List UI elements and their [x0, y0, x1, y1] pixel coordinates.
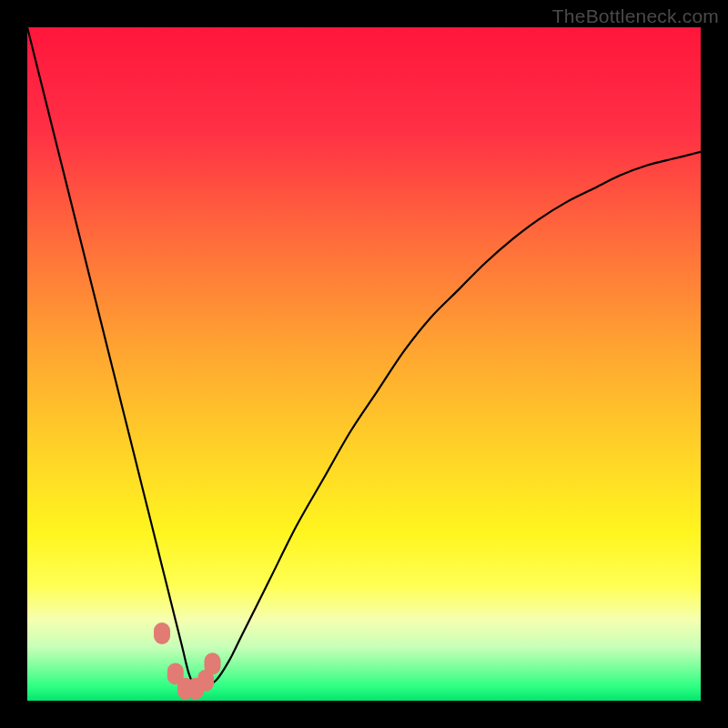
bottleneck-curve	[27, 27, 701, 689]
highlight-markers	[154, 622, 221, 700]
curve-layer	[27, 27, 701, 701]
plot-area	[27, 27, 701, 701]
chart-frame: TheBottleneck.com	[0, 0, 728, 728]
watermark-text: TheBottleneck.com	[552, 5, 719, 27]
highlight-marker	[154, 622, 170, 644]
highlight-marker	[205, 652, 221, 674]
